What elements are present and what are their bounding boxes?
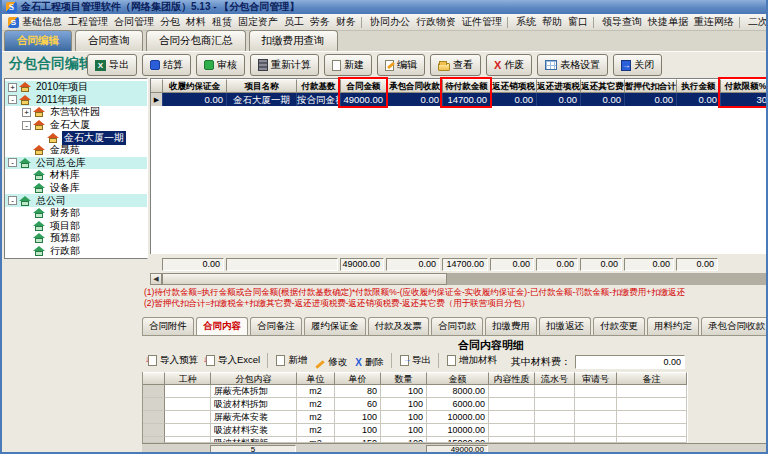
detail-row[interactable]: 屏蔽壳体拆卸 m2 80 100 8000.00 — [143, 385, 688, 398]
menu-item[interactable]: S 帮助 — [539, 14, 565, 30]
column-header[interactable]: 备注 — [617, 372, 687, 385]
menu-item[interactable]: S 行政物资 — [413, 14, 459, 30]
column-header[interactable]: 数量 — [381, 372, 427, 385]
menu-item[interactable]: S 窗口 — [565, 14, 599, 30]
column-header[interactable]: 收履约保证金 — [163, 79, 227, 93]
column-header[interactable]: 审请号 — [575, 372, 617, 385]
tree-item[interactable]: 预算部 — [5, 232, 147, 245]
detail-tab[interactable]: 扣缴返还 — [539, 317, 591, 335]
detail-toolbar-button[interactable]: 增加材料 — [438, 353, 501, 368]
detail-tab[interactable]: 扣缴费用 — [485, 317, 537, 335]
menu-item[interactable]: S 员工 — [281, 14, 307, 30]
detail-toolbar-button[interactable]: 导入预算 — [144, 353, 202, 368]
column-header[interactable]: 返还进项税 — [537, 79, 581, 93]
module-tab[interactable]: 合同分包商汇总 — [146, 30, 246, 51]
menu-item[interactable]: S 财务 — [333, 14, 367, 30]
menu-item[interactable]: S 重连网络 — [691, 14, 745, 30]
column-header[interactable]: 付款基数 — [297, 79, 341, 93]
detail-tab[interactable]: 合同罚款 — [431, 317, 483, 335]
column-header[interactable]: 项目名称 — [227, 79, 297, 93]
column-header[interactable]: 执行金额 — [677, 79, 721, 93]
toolbar-button[interactable]: 作废 — [486, 54, 532, 76]
toolbar-button[interactable]: 导出 — [87, 54, 137, 76]
menu-item[interactable]: S 分包 — [157, 14, 183, 30]
column-header[interactable]: 分包内容 — [211, 372, 297, 385]
tree-item[interactable]: - 公司总仓库 — [5, 157, 147, 170]
menu-item[interactable]: S 二次开发 — [745, 14, 768, 30]
detail-toolbar-button[interactable]: 导出 — [391, 353, 435, 368]
horizontal-scrollbar[interactable]: ◀ — [150, 273, 768, 285]
material-fee-input[interactable] — [575, 355, 685, 369]
column-header[interactable]: 工种 — [165, 372, 211, 385]
tree-item[interactable]: 项目部 — [5, 220, 147, 233]
detail-tab[interactable]: 合同备注 — [250, 317, 302, 335]
detail-toolbar-button[interactable]: 修改 — [311, 355, 351, 370]
tree-item[interactable]: + 东营软件园 — [5, 106, 147, 119]
scroll-left-arrow[interactable]: ◀ — [150, 273, 162, 285]
module-tab[interactable]: 合同编辑 — [4, 30, 72, 51]
detail-row[interactable]: 吸波材料拆卸 m2 60 100 6000.00 — [143, 398, 688, 411]
menu-item[interactable]: S 系统 — [513, 14, 539, 30]
tree-item[interactable]: 设备库 — [5, 182, 147, 195]
detail-tab[interactable]: 合同内容 — [196, 317, 248, 335]
detail-tab[interactable]: 付款变更 — [593, 317, 645, 335]
tree-item[interactable]: - 2011年项目 — [5, 94, 147, 107]
toolbar-button[interactable]: 表格设置 — [537, 54, 608, 76]
tree-expand-toggle[interactable]: - — [22, 121, 31, 130]
menu-item[interactable]: S 租赁 — [209, 14, 235, 30]
toolbar-button[interactable]: 编辑 — [377, 54, 425, 76]
menu-item[interactable]: S 劳务 — [307, 14, 333, 30]
detail-toolbar-button[interactable]: 新增 — [267, 353, 311, 368]
tree-expand-toggle[interactable]: - — [8, 158, 17, 167]
tree-item[interactable]: 金晟苑 — [5, 144, 147, 157]
column-header[interactable]: 内容性质 — [489, 372, 535, 385]
toolbar-button[interactable]: 新建 — [324, 54, 372, 76]
menu-item[interactable]: S 材料 — [183, 14, 209, 30]
tree-expand-toggle[interactable]: - — [8, 196, 17, 205]
tree-item[interactable]: 财务部 — [5, 207, 147, 220]
column-header[interactable]: 合同金额 — [341, 79, 387, 93]
tree-item[interactable]: - 总公司 — [5, 194, 147, 207]
tree-expand-toggle[interactable]: + — [8, 83, 17, 92]
column-header[interactable]: 单价 — [335, 372, 381, 385]
detail-tab[interactable]: 承包合同收款 — [701, 317, 768, 335]
column-header[interactable]: 承包合同收款 — [387, 79, 443, 93]
menu-item[interactable]: S 快捷单据 — [645, 14, 691, 30]
toolbar-button[interactable]: 关闭 — [613, 54, 662, 76]
tree-expand-toggle[interactable]: - — [8, 95, 17, 104]
toolbar-button[interactable]: 结算 — [142, 54, 191, 76]
column-header[interactable]: 付款限额% — [721, 79, 768, 93]
menu-item[interactable]: S 固定资产 — [235, 14, 281, 30]
column-header[interactable]: 返还销项税 — [491, 79, 537, 93]
column-header[interactable]: 返还其它费 — [581, 79, 625, 93]
menu-item[interactable]: S 证件管理 — [459, 14, 513, 30]
menu-item[interactable]: S 合同管理 — [111, 14, 157, 30]
detail-toolbar-button[interactable]: 导入Excel — [202, 353, 264, 368]
detail-row[interactable]: 屏蔽壳体安装 m2 100 100 10000.00 — [143, 411, 688, 424]
tree-item[interactable]: - 金石大厦 — [5, 119, 147, 132]
detail-tab[interactable]: 合同附件 — [142, 317, 194, 335]
column-header[interactable]: 金额 — [427, 372, 489, 385]
toolbar-button[interactable]: 重新计算 — [250, 54, 319, 76]
menu-item[interactable]: S 基础信息 — [5, 14, 65, 30]
toolbar-button[interactable]: 审核 — [196, 54, 245, 76]
tree-expand-toggle[interactable]: + — [22, 108, 31, 117]
detail-tab[interactable]: 付款及发票 — [368, 317, 430, 335]
scrollbar-thumb[interactable] — [162, 273, 447, 285]
tree-item[interactable]: 行政部 — [5, 245, 147, 258]
module-tab[interactable]: 扣缴费用查询 — [249, 30, 338, 51]
contract-row-selected[interactable]: ▶ 0.00 金石大厦一期 按合同金额 49000.00 0.00 14700.… — [151, 93, 768, 106]
menu-item[interactable]: S 领导查询 — [599, 14, 645, 30]
tree-item[interactable]: 金石大厦一期 — [5, 131, 147, 144]
detail-tab[interactable]: 用料约定 — [647, 317, 699, 335]
menu-item[interactable]: S 协同办公 — [367, 14, 413, 30]
column-header[interactable]: 流水号 — [535, 372, 575, 385]
tree-item[interactable]: + 2010年项目 — [5, 81, 147, 94]
menu-item[interactable]: S 工程管理 — [65, 14, 111, 30]
column-header[interactable]: 待付款金额 — [443, 79, 491, 93]
module-tab[interactable]: 合同查询 — [75, 30, 143, 51]
detail-row[interactable]: 吸波材料安装 m2 100 100 10000.00 — [143, 424, 688, 437]
toolbar-button[interactable]: 查看 — [430, 54, 481, 76]
column-header[interactable]: 单位 — [297, 372, 335, 385]
column-header[interactable]: 暂押代扣合计 — [625, 79, 677, 93]
